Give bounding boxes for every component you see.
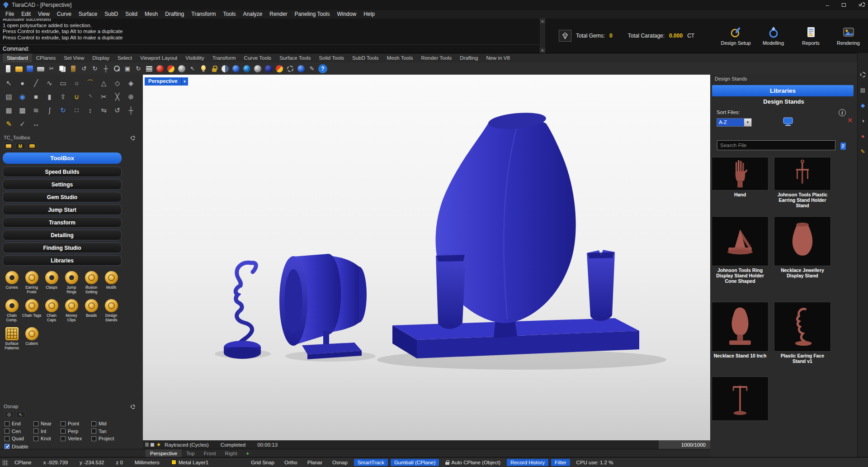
osnap-option[interactable]: Quad [5, 435, 33, 443]
toolbar-tab[interactable]: Transform [208, 53, 240, 63]
fillet-icon[interactable]: ◝ [84, 90, 97, 103]
case-tab-icon[interactable] [27, 143, 37, 150]
boolean-icon[interactable]: ∪ [70, 90, 83, 103]
menu-item[interactable]: Transform [188, 10, 219, 19]
dimension-icon[interactable]: ↔ [29, 117, 42, 130]
libraries-header[interactable]: Libraries [712, 85, 854, 96]
command-prompt[interactable]: Command: [0, 44, 540, 53]
library-category[interactable]: Money Clips [61, 298, 81, 326]
osnap-option[interactable]: Project [91, 435, 124, 443]
viewport-menu-arrow-icon[interactable]: ▼ [181, 77, 188, 86]
panels-icon[interactable]: ▤ [859, 86, 867, 94]
hand-thumbnail[interactable] [712, 157, 769, 191]
toolbox-button[interactable]: Gem Studio [3, 192, 122, 202]
library-file-item[interactable]: Hand [712, 157, 769, 197]
menu-item[interactable]: SubD [101, 10, 122, 19]
osnap-gear-icon[interactable] [130, 404, 136, 410]
open-file-icon[interactable] [14, 64, 24, 73]
library-category[interactable]: Motifs [101, 270, 121, 298]
gem-icon[interactable]: ◆ [859, 102, 867, 109]
osnap-cursor-icon[interactable]: ↖ [16, 411, 25, 418]
osnap-option[interactable]: Cen [5, 428, 33, 435]
menu-item[interactable]: View [34, 10, 53, 19]
polyline-icon[interactable]: ∿ [43, 76, 56, 90]
nav-rendering[interactable]: Rendering [830, 19, 867, 53]
osnap-checkbox[interactable] [91, 429, 96, 434]
extrude-icon[interactable]: ⇧ [57, 90, 70, 103]
select-arrow-icon[interactable]: ↖ [2, 76, 15, 90]
annotate-icon[interactable]: ✎ [307, 64, 316, 73]
dropdown-arrow-icon[interactable]: ▼ [744, 119, 751, 126]
join-icon[interactable]: ⊕ [124, 90, 137, 103]
perspective-viewport[interactable]: Perspective ▼ ★ Raytraced (Cycles) Compl… [143, 75, 710, 449]
toolbar-tab[interactable]: Visibility [181, 53, 208, 63]
status-toggle[interactable]: Grid Snap [247, 459, 278, 466]
toolbar-tab[interactable]: SubD Tools [348, 53, 383, 63]
undo-icon[interactable]: ↺ [80, 64, 89, 73]
pause-render-icon[interactable] [146, 443, 148, 447]
osnap-option[interactable]: End [5, 420, 33, 428]
materials-icon[interactable]: ● [859, 133, 867, 140]
nav-modelling[interactable]: Modelling [755, 19, 792, 53]
viewport-name[interactable]: Perspective [145, 77, 181, 86]
scroll-up-icon[interactable]: ▲ [540, 19, 545, 24]
osnap-option[interactable]: Perp [61, 428, 91, 435]
sphere-icon[interactable]: ◉ [16, 90, 29, 103]
osnap-checkbox[interactable] [91, 436, 96, 441]
necklace-bust-thumbnail[interactable] [774, 216, 831, 266]
close-panel-icon[interactable]: ✕ [847, 117, 853, 124]
active-layer[interactable]: Metal Layer1 [171, 460, 208, 465]
status-toggle[interactable]: Planar [304, 459, 326, 466]
menu-item[interactable]: Tools [220, 10, 240, 19]
rotate-view-icon[interactable]: ↻ [134, 64, 143, 73]
toolbar-tab[interactable]: Mesh Tools [383, 53, 417, 63]
shade-icon[interactable] [221, 64, 230, 73]
osnap-checkbox[interactable] [5, 436, 9, 441]
light-icon[interactable] [199, 64, 208, 73]
status-toggle[interactable]: Record History [507, 459, 548, 466]
print-icon[interactable] [36, 64, 45, 73]
menu-item[interactable]: Drafting [161, 10, 188, 19]
osnap-checkbox[interactable] [33, 421, 38, 426]
viewport-tab[interactable]: Perspective [146, 449, 182, 457]
sun-icon[interactable] [264, 64, 273, 73]
cylinder-icon[interactable]: ▮ [43, 90, 56, 103]
gear-icon[interactable] [286, 64, 295, 73]
osnap-checkbox[interactable] [5, 421, 9, 426]
menu-item[interactable]: Help [360, 10, 378, 19]
toolbar-tab[interactable]: Drafting [456, 53, 482, 63]
box-icon[interactable]: ■ [29, 90, 42, 103]
toolbar-tab[interactable]: Set View [60, 53, 88, 63]
osnap-option[interactable]: Int [33, 428, 61, 435]
folder-tab-icon[interactable] [4, 143, 14, 150]
toolbox-button[interactable]: Jump Start [3, 205, 122, 215]
library-category[interactable]: Chain Comp. [2, 298, 22, 326]
nav-design-setup[interactable]: Design Setup [717, 19, 755, 53]
menu-item[interactable]: Mesh [141, 10, 161, 19]
toolbar-tab[interactable]: New in V8 [482, 53, 514, 63]
zoom-extents-icon[interactable]: ▣ [123, 64, 132, 73]
disable-checkbox[interactable] [5, 444, 9, 449]
command-history[interactable]: Autosave succeeded1 open polysurface add… [0, 19, 540, 44]
zoom-icon[interactable] [112, 64, 121, 73]
environment-icon[interactable] [242, 64, 251, 73]
gear-icon[interactable] [859, 71, 867, 78]
library-file-item[interactable]: Plastic Earing Face Stand v1 [774, 302, 831, 364]
revolve-icon[interactable]: ↻ [57, 104, 70, 117]
library-category[interactable]: Cutters [22, 326, 42, 354]
library-category[interactable]: Chain Caps [42, 298, 61, 326]
sort-dropdown-value[interactable]: A-Z [717, 119, 744, 126]
toolbar-tab[interactable]: Curve Tools [240, 53, 276, 63]
select-icon[interactable]: ↖ [188, 64, 197, 73]
display-mode-icon[interactable]: ◑ [859, 117, 867, 124]
split-icon[interactable]: ╳ [111, 90, 124, 103]
sort-dropdown[interactable]: A-Z ▼ [717, 118, 752, 127]
redo-icon[interactable]: ↻ [90, 64, 99, 73]
menu-item[interactable]: File [2, 10, 18, 19]
cycles-icon[interactable] [297, 64, 306, 73]
raytrace-icon[interactable] [177, 64, 186, 73]
plane-icon[interactable]: ◇ [111, 76, 124, 90]
mesh-icon[interactable]: ▦ [2, 104, 15, 117]
library-category[interactable]: Chain Tags [22, 298, 42, 326]
osnap-disable-option[interactable]: Disable [5, 444, 140, 449]
